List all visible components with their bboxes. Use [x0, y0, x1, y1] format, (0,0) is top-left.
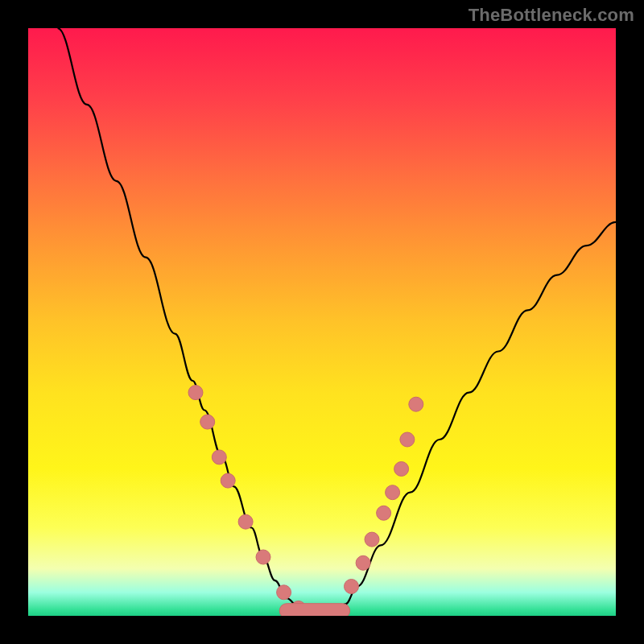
data-marker: [212, 450, 226, 464]
bottleneck-curve: [58, 28, 617, 613]
data-marker: [394, 462, 409, 477]
data-marker: [365, 532, 379, 547]
data-marker: [356, 555, 370, 570]
data-marker: [238, 514, 253, 529]
data-marker: [221, 473, 235, 488]
watermark-text: TheBottleneck.com: [469, 5, 634, 26]
data-marker: [345, 580, 359, 594]
chart-frame: TheBottleneck.com: [0, 0, 644, 644]
curve-layer: [58, 28, 617, 613]
data-marker-strip: [279, 604, 349, 616]
data-marker: [256, 550, 270, 564]
data-marker: [377, 506, 391, 520]
data-marker: [188, 386, 203, 400]
data-marker: [386, 485, 400, 500]
data-marker: [200, 415, 215, 429]
chart-svg: [28, 28, 616, 616]
markers-layer: [188, 386, 423, 616]
data-marker: [400, 432, 415, 447]
data-marker: [409, 397, 423, 411]
data-marker: [277, 585, 291, 600]
